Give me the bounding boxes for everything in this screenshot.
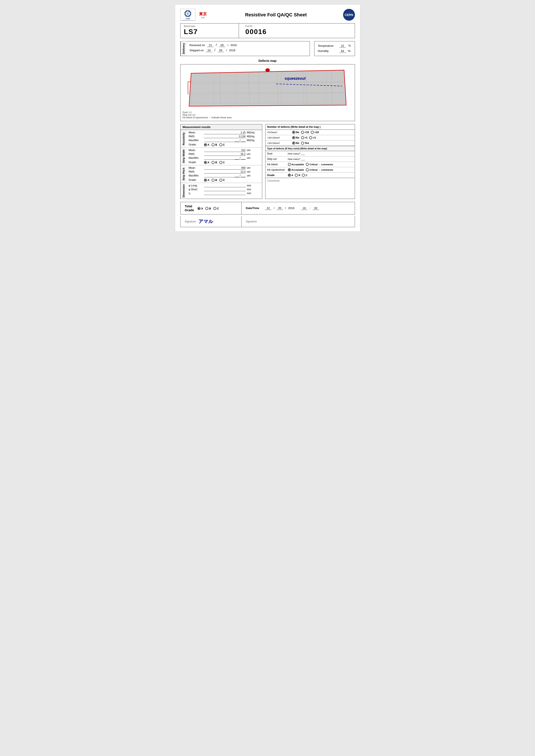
bottom-section: Measurement results Resistivity Mean: 1.… [180,124,355,199]
total-grade-right: Date/Time 22 / 05 / 2016 16 : 02 [241,204,355,212]
sw-grade-a[interactable]: A [204,161,210,164]
radio-a-circle [204,143,207,146]
humidity-label: Humidity [318,49,337,53]
total-grade-c[interactable]: C [213,207,219,210]
resistivity-label: Resistivity [181,130,186,148]
sw-rms-row: RMS: 16.2 um [189,152,260,156]
dimension-rows: φ Long: mm φ Short: mm η: mm [186,183,262,199]
sig-right: Signature [241,216,355,227]
resistivity-rms-value: 0.134 [204,135,246,138]
sp-grade-c[interactable]: C [219,179,225,182]
inkbleed-critical[interactable]: Critical → comments [306,163,333,166]
sp-grade-b[interactable]: B [211,179,217,182]
defect-type-inkbleed: Ink bleed Acceptable Critical → comments [266,162,355,167]
stripcut-howmany: How many? ___ [288,158,305,160]
cern-logo: CERN [343,9,355,21]
shipped-month: 05 [217,49,224,52]
inksqueezeout-acceptable[interactable]: Acceptable [288,168,304,171]
total-grade-label: TotalGrade [185,204,194,212]
total-grade-left: TotalGrade A B C [181,202,241,214]
defect-gt10x10-no[interactable]: No [292,142,299,145]
shipped-day: 24 [206,49,212,52]
total-grade-a[interactable]: A [198,207,203,210]
inksqueezeout-options: Acceptable Critical → comments [288,168,353,171]
defect-type-inkqueezeout: Ink squeezeout Acceptable Critical → com… [266,167,355,173]
inkbleed-label: Ink bleed [267,163,287,166]
sw-grade-b[interactable]: B [211,161,217,164]
received-day: 21 [207,43,214,47]
time-min: 02 [313,206,319,210]
defect-grade-b[interactable]: B [295,174,300,177]
svg-text:大学: 大学 [201,16,205,19]
resistivity-grade-c[interactable]: C [219,143,225,146]
resistivity-grade-a[interactable]: A [204,143,210,146]
sig-right-label: Signature [246,220,257,223]
defect-5x5-gt10[interactable]: >10 [311,131,319,134]
strip-pitch-label: Strip Pitch [181,165,186,183]
header: KOBE UNIVERSITY OF Science 東京 大学 Resisti… [180,9,355,21]
date-month: 05 [277,206,283,210]
total-grade-options: A B C [198,207,219,210]
foil-id-label: Foil ID [245,25,348,27]
time-hour: 16 [301,206,307,210]
resistivity-grade-row: Grade: A B C [189,143,260,146]
stripcut-label: Strip cut [267,157,287,161]
inkbleed-acceptable[interactable]: Acceptable [288,163,304,166]
delivery-box: Delivery Received on 21 / 05 / 2016 Ship… [180,41,310,56]
signature-row: Signature アマル Signature [180,216,355,227]
resistivity-grade-b[interactable]: B [211,143,217,146]
received-row: Received on 21 / 05 / 2016 [189,43,237,47]
resistivity-rms-label: RMS: [189,135,203,138]
defect-row-5x5: <5×5mm² No <10 >10 [266,130,355,135]
date-day: 22 [265,206,271,210]
dimension-label: Dimension [181,183,186,199]
defect-5x5-lt10[interactable]: <10 [301,131,309,134]
defect-options-5x5: No <10 >10 [292,131,353,134]
defect-10x10-lt1[interactable]: <1 [301,136,308,139]
board-type-label: Board type [184,25,235,27]
shipped-label: Shipped on [189,49,204,52]
sp-grade-options: A B C [204,179,225,182]
legend-ink: Ink bleed of squeezeout → Indicate those… [183,116,352,119]
defects-section: Defects map [180,59,355,121]
total-grade-row: TotalGrade A B C Date/Time 22 / [180,202,355,214]
humidity-row: Humidity 64 % [318,49,351,53]
svg-text:UNIVERSITY OF Science: UNIVERSITY OF Science [181,20,194,20]
defects-legend: Dust: [○] Strip cut: [×] Ink bleed of sq… [183,111,352,119]
strip-width-section: Strip Width Mean: 312 um RMS: 16.2 um Ma… [181,148,262,165]
sig-left: Signature アマル [181,216,241,227]
sw-grade-c[interactable]: C [219,161,225,164]
strip-pitch-section: Strip Pitch Mean: 450 um RMS: 13.3 um Ma… [181,165,262,183]
resistivity-maxmin-row: Max/Min: ___ / ___ MΩ/sq. [189,139,260,142]
legend-dust: Dust: [○] [183,111,352,114]
defect-row-gt10x10: >10×10mm² No Yes [266,141,355,146]
defect-gt10x10-yes[interactable]: Yes [301,142,309,145]
defect-grade-row: Grade A B C [266,173,355,178]
defects-map-box: squeezeout Dust: [○] Strip cut: [×] Ink … [180,64,355,121]
defect-grade-a[interactable]: A [288,174,293,177]
defect-10x10-no[interactable]: No [292,136,299,139]
defect-grade-options: A B C [288,174,353,177]
resistivity-mean-label: Mean: [189,131,203,134]
strip-width-label: Strip Width [181,148,186,165]
defect-row-10x10: <10×10mm² No <1 >1 [266,135,355,141]
radio-b-circle [211,143,214,146]
defect-options-gt10x10: No Yes [292,142,353,145]
received-label: Received on [189,43,205,47]
page-title: Resistive Foil QA/QC Sheet [209,12,343,18]
defect-10x10-gt1[interactable]: >1 [309,136,316,139]
dust-label: Dust [267,152,287,155]
header-logos: KOBE UNIVERSITY OF Science 東京 大学 [180,9,209,21]
inksqueezeout-critical[interactable]: Critical → comments [306,168,333,171]
board-info: Board type LS7 Foil ID 00016 [180,23,355,38]
received-year: 2016 [231,43,237,47]
strip-pitch-rows: Mean: 450 um RMS: 13.3 um Max/Min: ___ /… [186,165,262,183]
sp-grade-a[interactable]: A [204,179,210,182]
defect-5x5-no[interactable]: No [292,131,299,134]
board-type-value: LS7 [184,28,235,36]
defect-grade-c[interactable]: C [302,174,307,177]
sp-mean-row: Mean: 450 um [189,166,260,170]
foil-id-section: Foil ID 00016 [239,23,355,38]
total-grade-b[interactable]: B [205,207,211,210]
inksqueezeout-label: Ink squeezeout [267,168,287,171]
